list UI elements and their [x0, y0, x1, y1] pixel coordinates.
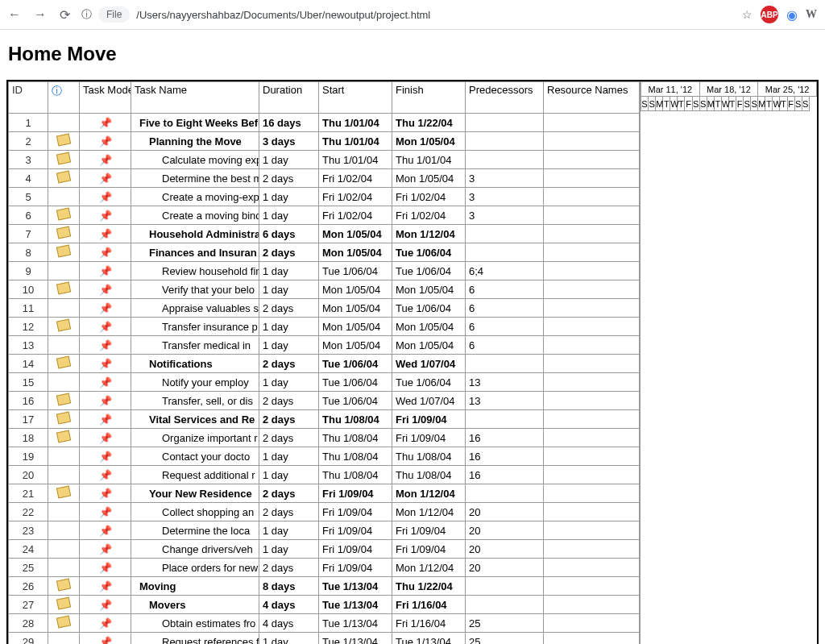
- task-row[interactable]: 23📌Determine the loca1 dayFri 1/09/04Fri…: [9, 521, 640, 540]
- task-info-cell: [48, 521, 80, 540]
- task-name-cell: Create a moving bind: [131, 206, 259, 225]
- note-icon: [56, 281, 71, 294]
- manual-schedule-icon: 📌: [99, 580, 112, 592]
- task-info-cell: [48, 206, 80, 225]
- task-start-cell: Fri 1/09/04: [319, 484, 392, 503]
- task-row[interactable]: 20📌Request additional r1 dayThu 1/08/04T…: [9, 466, 640, 484]
- task-resources-cell: [544, 169, 640, 188]
- task-duration-cell: 2 days: [259, 429, 319, 447]
- task-row[interactable]: 29📌Request references f1 dayTue 1/13/04T…: [9, 633, 640, 645]
- task-name-cell: Calculate moving exp: [131, 151, 259, 169]
- manual-schedule-icon: 📌: [99, 154, 112, 166]
- task-predecessors-cell: 3: [466, 206, 544, 225]
- task-name-cell: Notifications: [131, 355, 259, 373]
- task-row[interactable]: 15📌Notify your employ1 dayTue 1/06/04Tue…: [9, 373, 640, 392]
- task-row[interactable]: 9📌Review household fin1 dayTue 1/06/04Tu…: [9, 262, 640, 280]
- extension-w-icon[interactable]: W: [806, 8, 817, 21]
- task-predecessors-cell: 3: [466, 169, 544, 188]
- col-start-header[interactable]: Start: [319, 82, 392, 114]
- task-resources-cell: [544, 262, 640, 280]
- task-row[interactable]: 7📌Household Administratio6 daysMon 1/05/…: [9, 225, 640, 243]
- task-resources-cell: [544, 410, 640, 429]
- task-row[interactable]: 18📌Organize important r2 daysThu 1/08/04…: [9, 429, 640, 447]
- task-row[interactable]: 14📌Notifications2 daysTue 1/06/04Wed 1/0…: [9, 355, 640, 373]
- task-row[interactable]: 19📌Contact your docto1 dayThu 1/08/04Thu…: [9, 447, 640, 466]
- task-duration-cell: 1 day: [259, 318, 319, 336]
- forward-icon[interactable]: →: [34, 7, 47, 23]
- task-start-cell: Fri 1/09/04: [319, 521, 392, 540]
- site-info-icon[interactable]: ⓘ: [81, 7, 92, 22]
- manual-schedule-icon: 📌: [99, 395, 112, 407]
- task-mode-cell: 📌: [80, 410, 131, 429]
- bookmark-star-icon[interactable]: ☆: [742, 8, 752, 21]
- task-mode-cell: 📌: [80, 614, 131, 633]
- back-icon[interactable]: ←: [8, 7, 21, 23]
- manual-schedule-icon: 📌: [99, 543, 112, 555]
- task-finish-cell: Wed 1/07/04: [392, 355, 466, 373]
- extension-blue-icon[interactable]: ◉: [786, 7, 798, 23]
- task-row[interactable]: 2📌Planning the Move3 daysThu 1/01/04Mon …: [9, 132, 640, 151]
- task-row[interactable]: 17📌Vital Services and Re2 daysThu 1/08/0…: [9, 410, 640, 429]
- task-row[interactable]: 11📌Appraise valuables s2 daysMon 1/05/04…: [9, 299, 640, 318]
- note-icon: [56, 393, 71, 405]
- task-row[interactable]: 10📌Verify that your belo1 dayMon 1/05/04…: [9, 280, 640, 299]
- task-start-cell: Thu 1/01/04: [319, 114, 392, 132]
- task-row[interactable]: 24📌Change drivers/veh1 dayFri 1/09/04Fri…: [9, 540, 640, 559]
- col-name-header[interactable]: Task Name: [131, 82, 259, 114]
- task-info-cell: [48, 540, 80, 559]
- task-row[interactable]: 27📌Movers4 daysTue 1/13/04Fri 1/16/04: [9, 596, 640, 614]
- task-resources-cell: [544, 318, 640, 336]
- reload-icon[interactable]: ⟳: [60, 7, 70, 23]
- task-resources-cell: [544, 299, 640, 318]
- task-row[interactable]: 25📌Place orders for new2 daysFri 1/09/04…: [9, 559, 640, 577]
- task-row[interactable]: 8📌Finances and Insuran2 daysMon 1/05/04T…: [9, 243, 640, 262]
- task-name-cell: Obtain estimates fro: [131, 614, 259, 633]
- task-start-cell: Fri 1/09/04: [319, 540, 392, 559]
- col-info-header[interactable]: ⓘ: [48, 82, 80, 114]
- task-id-cell: 4: [9, 169, 48, 188]
- task-row[interactable]: 16📌Transfer, sell, or dis2 daysTue 1/06/…: [9, 392, 640, 410]
- task-start-cell: Fri 1/02/04: [319, 188, 392, 206]
- task-info-cell: [48, 132, 80, 151]
- timeline-header: Mar 11, '12Mar 18, '12Mar 25, '12 SSMTWT…: [641, 81, 817, 111]
- col-resources-header[interactable]: Resource Names: [544, 82, 640, 114]
- task-name-cell: Moving: [131, 577, 259, 596]
- task-resources-cell: [544, 132, 640, 151]
- col-mode-header[interactable]: Task Mode: [80, 82, 131, 114]
- task-row[interactable]: 1📌Five to Eight Weeks Befo16 daysThu 1/0…: [9, 114, 640, 132]
- task-info-cell: [48, 392, 80, 410]
- manual-schedule-icon: 📌: [99, 117, 112, 129]
- task-table: ID ⓘ Task Mode Task Name Duration Start …: [8, 81, 640, 644]
- task-start-cell: Tue 1/06/04: [319, 373, 392, 392]
- task-row[interactable]: 28📌Obtain estimates fro4 daysTue 1/13/04…: [9, 614, 640, 633]
- task-name-cell: Determine the best m: [131, 169, 259, 188]
- manual-schedule-icon: 📌: [99, 636, 112, 645]
- task-resources-cell: [544, 355, 640, 373]
- task-name-cell: Household Administratio: [131, 225, 259, 243]
- task-row[interactable]: 4📌Determine the best m2 daysFri 1/02/04M…: [9, 169, 640, 188]
- manual-schedule-icon: 📌: [99, 599, 112, 611]
- timeline-week-cell: Mar 18, '12: [699, 82, 758, 97]
- col-duration-header[interactable]: Duration: [259, 82, 319, 114]
- task-name-cell: Request references f: [131, 633, 259, 645]
- manual-schedule-icon: 📌: [99, 506, 112, 518]
- task-row[interactable]: 13📌Transfer medical in1 dayMon 1/05/04Mo…: [9, 336, 640, 355]
- task-row[interactable]: 21📌Your New Residence2 daysFri 1/09/04Mo…: [9, 484, 640, 503]
- adblock-icon[interactable]: ABP: [761, 6, 778, 23]
- task-resources-cell: [544, 447, 640, 466]
- task-info-cell: [48, 225, 80, 243]
- col-predecessors-header[interactable]: Predecessors: [466, 82, 544, 114]
- col-id-header[interactable]: ID: [9, 82, 48, 114]
- task-row[interactable]: 6📌Create a moving bind1 dayFri 1/02/04Fr…: [9, 206, 640, 225]
- task-row[interactable]: 26📌Moving8 daysTue 1/13/04Thu 1/22/04: [9, 577, 640, 596]
- task-start-cell: Tue 1/06/04: [319, 392, 392, 410]
- task-row[interactable]: 12📌Transfer insurance p1 dayMon 1/05/04M…: [9, 318, 640, 336]
- task-id-cell: 5: [9, 188, 48, 206]
- task-duration-cell: 1 day: [259, 540, 319, 559]
- manual-schedule-icon: 📌: [99, 210, 112, 222]
- col-finish-header[interactable]: Finish: [392, 82, 466, 114]
- task-grid-pane: ID ⓘ Task Mode Task Name Duration Start …: [8, 81, 640, 644]
- task-row[interactable]: 3📌Calculate moving exp1 dayThu 1/01/04Th…: [9, 151, 640, 169]
- task-row[interactable]: 5📌Create a moving-expe1 dayFri 1/02/04Fr…: [9, 188, 640, 206]
- task-row[interactable]: 22📌Collect shopping an2 daysFri 1/09/04M…: [9, 503, 640, 521]
